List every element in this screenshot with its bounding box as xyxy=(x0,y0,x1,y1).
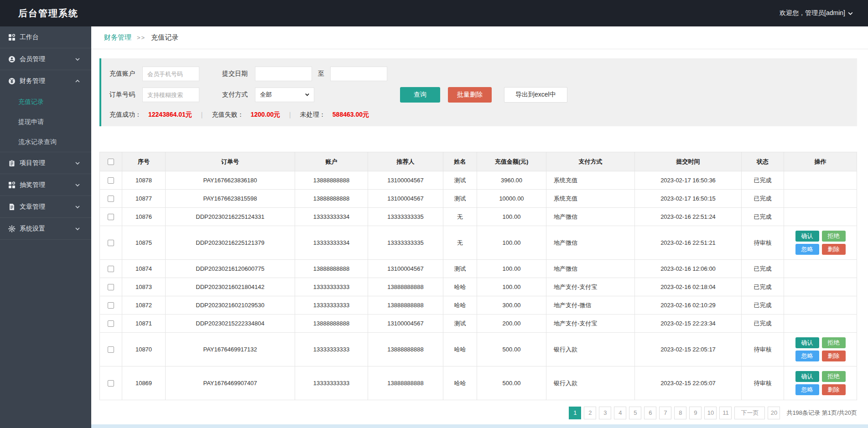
sidebar-item-project-management[interactable]: 项目管理 xyxy=(0,152,91,174)
sidebar-item-label: 会员管理 xyxy=(20,55,75,63)
page-button-9[interactable]: 9 xyxy=(689,407,702,419)
cell-amount: 3960.00 xyxy=(477,171,546,190)
chevron-up-icon xyxy=(75,78,80,84)
sidebar-subitem-flow-record-query[interactable]: 流水记录查询 xyxy=(0,132,91,152)
cell-seq: 10873 xyxy=(122,278,166,296)
sidebar-item-workbench[interactable]: 工作台 xyxy=(0,26,91,48)
success-label: 充值成功： xyxy=(109,111,141,119)
row-checkbox[interactable] xyxy=(108,266,114,272)
payment-method-select[interactable]: 全部 xyxy=(255,88,314,102)
sidebar-item-article-management[interactable]: 文章管理 xyxy=(0,196,91,217)
ignore-button[interactable]: 忽略 xyxy=(795,351,819,361)
export-excel-button[interactable]: 导出到excel中 xyxy=(504,87,567,103)
sidebar-item-member-management[interactable]: 会员管理 xyxy=(0,48,91,70)
row-checkbox[interactable] xyxy=(108,284,114,290)
next-page-button[interactable]: 下一页 xyxy=(734,407,765,419)
action-buttons: 确认拒绝忽略删除 xyxy=(786,231,855,255)
date-to-input[interactable] xyxy=(330,67,387,81)
table-row: 10873DDP20230216021804142133333333331388… xyxy=(100,278,857,296)
reject-button[interactable]: 拒绝 xyxy=(822,371,846,382)
delete-button[interactable]: 删除 xyxy=(822,351,846,361)
page-button-7[interactable]: 7 xyxy=(659,407,671,419)
pending-value: 588463.00元 xyxy=(333,111,369,119)
cell-seq: 10874 xyxy=(122,260,166,278)
cell-account: 13333333334 xyxy=(295,226,368,260)
search-button[interactable]: 查询 xyxy=(400,87,440,103)
recharge-account-input[interactable] xyxy=(142,67,199,81)
order-no-label: 订单号码 xyxy=(109,91,137,99)
row-checkbox[interactable] xyxy=(108,346,114,353)
sidebar-subitem-withdraw-requests[interactable]: 提现申请 xyxy=(0,112,91,132)
checkbox-cell xyxy=(100,296,122,315)
cell-order-no: DDP20230216021804142 xyxy=(166,278,295,296)
column-header: 充值金额(元) xyxy=(477,152,546,171)
actions-cell xyxy=(784,208,857,226)
sidebar-block: 财务管理充值记录提现申请流水记录查询 xyxy=(0,70,91,152)
page-button-3[interactable]: 3 xyxy=(599,407,611,419)
page-button-8[interactable]: 8 xyxy=(674,407,686,419)
actions-cell xyxy=(784,278,857,296)
batch-delete-button[interactable]: 批量删除 xyxy=(448,87,492,103)
chevron-down-icon xyxy=(75,182,80,188)
cell-order-no: DDP20230216021029530 xyxy=(166,296,295,315)
row-checkbox[interactable] xyxy=(108,380,114,387)
cell-method: 银行入款 xyxy=(546,366,635,400)
cell-method: 地产微信 xyxy=(546,260,635,278)
column-header: 推荐人 xyxy=(368,152,443,171)
fail-label: 充值失败： xyxy=(212,111,244,119)
delete-button[interactable]: 删除 xyxy=(822,244,846,255)
confirm-button[interactable]: 确认 xyxy=(795,371,819,382)
sidebar-item-finance-management[interactable]: 财务管理 xyxy=(0,70,91,92)
cell-seq: 10871 xyxy=(122,315,166,333)
date-from-input[interactable] xyxy=(255,67,312,81)
sidebar-subitem-recharge-records[interactable]: 充值记录 xyxy=(0,92,91,112)
cell-referrer: 13888888888 xyxy=(368,333,443,366)
page-button-5[interactable]: 5 xyxy=(629,407,641,419)
cell-seq: 10877 xyxy=(122,190,166,208)
breadcrumb-parent-link[interactable]: 财务管理 xyxy=(104,33,131,42)
last-page-button[interactable]: 20 xyxy=(768,407,780,419)
cell-method: 银行入款 xyxy=(546,333,635,366)
user-menu[interactable]: 欢迎您，管理员[admin] xyxy=(780,9,853,17)
sidebar-item-label: 系统设置 xyxy=(20,225,75,233)
actions-cell xyxy=(784,315,857,333)
sidebar-item-lottery-management[interactable]: 抽奖管理 xyxy=(0,174,91,196)
sidebar-item-label: 抽奖管理 xyxy=(20,181,75,189)
page-button-1[interactable]: 1 xyxy=(569,407,581,419)
confirm-button[interactable]: 确认 xyxy=(795,231,819,242)
cell-amount: 300.00 xyxy=(477,296,546,315)
page-button-10[interactable]: 10 xyxy=(704,407,717,419)
reject-button[interactable]: 拒绝 xyxy=(822,231,846,242)
cell-status: 已完成 xyxy=(742,296,784,315)
page-button-6[interactable]: 6 xyxy=(644,407,656,419)
order-no-input[interactable] xyxy=(142,88,199,102)
cell-account: 13888888888 xyxy=(295,315,368,333)
cell-account: 13888888888 xyxy=(295,260,368,278)
ignore-button[interactable]: 忽略 xyxy=(795,384,819,395)
table-row: 10878PAY16766238361801388888888813100004… xyxy=(100,171,857,190)
page-button-4[interactable]: 4 xyxy=(614,407,626,419)
cell-account: 13888888888 xyxy=(295,171,368,190)
select-all-checkbox[interactable] xyxy=(108,159,114,165)
row-checkbox[interactable] xyxy=(108,196,114,202)
row-checkbox[interactable] xyxy=(108,177,114,184)
cell-seq: 10878 xyxy=(122,171,166,190)
confirm-button[interactable]: 确认 xyxy=(795,337,819,348)
page-button-11[interactable]: 11 xyxy=(719,407,732,419)
sidebar-item-system-settings[interactable]: 系统设置 xyxy=(0,218,91,239)
checkbox-cell xyxy=(100,333,122,366)
table-header-row: 序号订单号账户推荐人姓名充值金额(元)支付方式提交时间状态操作 xyxy=(100,152,857,171)
row-checkbox[interactable] xyxy=(108,302,114,309)
table-row: 10872DDP20230216021029530133333333331388… xyxy=(100,296,857,315)
page-button-2[interactable]: 2 xyxy=(584,407,596,419)
horizontal-scrollbar[interactable] xyxy=(91,424,868,428)
cell-name: 无 xyxy=(443,226,477,260)
row-checkbox[interactable] xyxy=(108,320,114,327)
row-checkbox[interactable] xyxy=(108,240,114,246)
row-checkbox[interactable] xyxy=(108,214,114,220)
sidebar-block: 会员管理 xyxy=(0,48,91,70)
delete-button[interactable]: 删除 xyxy=(822,384,846,395)
ignore-button[interactable]: 忽略 xyxy=(795,244,819,255)
reject-button[interactable]: 拒绝 xyxy=(822,337,846,348)
actions-cell xyxy=(784,171,857,190)
